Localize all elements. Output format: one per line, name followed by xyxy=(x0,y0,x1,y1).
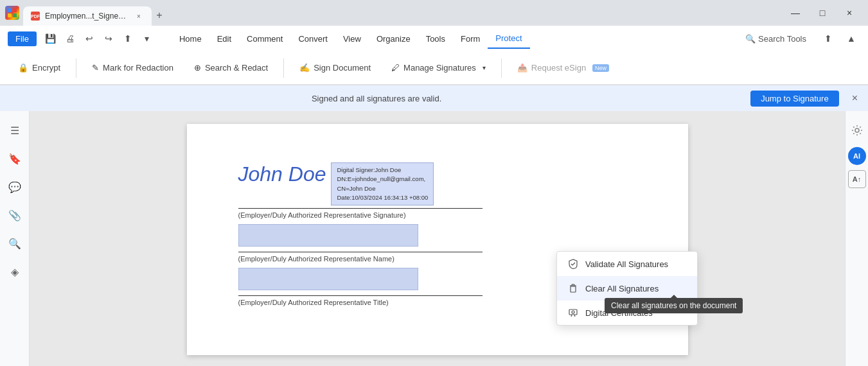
manage-signatures-dropdown: Validate All Signatures Clear All Signat… xyxy=(556,251,698,326)
menu-organize[interactable]: Organize xyxy=(369,28,418,49)
sidebar-right: AI A↑ xyxy=(845,111,868,366)
print-icon[interactable]: 🖨 xyxy=(61,30,79,48)
search-redact-button[interactable]: ⊕ Search & Redact xyxy=(186,56,276,80)
document-area: John Doe Digital Signer:John Doe DN:E=jo… xyxy=(30,111,845,366)
separator-1 xyxy=(76,58,76,78)
main-area: ☰ 🔖 💬 📎 🔍 ◈ John Doe Digital Signer:John… xyxy=(0,111,868,366)
svg-point-10 xyxy=(572,311,574,313)
certificate-icon xyxy=(567,307,579,318)
svg-rect-1 xyxy=(13,8,17,12)
toolbar2: 🔒 Encrypt ✎ Mark for Redaction ⊕ Search … xyxy=(0,51,868,85)
request-esign-label: Request eSign xyxy=(531,63,586,73)
search-redact-label: Search & Redact xyxy=(205,63,268,73)
clear-signatures-tooltip: Clear all signatures on the document xyxy=(605,298,743,313)
collapse-button[interactable]: ▲ xyxy=(842,30,860,48)
sidebar-search-icon[interactable]: 🔍 xyxy=(3,232,26,255)
mark-redaction-label: Mark for Redaction xyxy=(103,63,173,73)
menu-bar: File 💾 🖨 ↩ ↪ ⬆ ▾ Home Edit Comment Conve… xyxy=(0,26,868,51)
menu-view[interactable]: View xyxy=(335,28,369,49)
active-tab[interactable]: PDF Employmen...t_Signed.pdf × xyxy=(23,6,152,26)
minimize-button[interactable]: — xyxy=(782,3,809,22)
share-icon[interactable]: ⬆ xyxy=(119,30,137,48)
sig-box-title xyxy=(238,268,418,290)
sidebar-layers-icon[interactable]: ◈ xyxy=(3,260,26,283)
sig-info-text: Digital Signer:John Doe DN:E=johndoe_nul… xyxy=(337,166,428,202)
search-tools-label: Search Tools xyxy=(758,34,806,44)
validate-all-label: Validate All Signatures xyxy=(585,259,668,269)
sidebar-settings-icon[interactable] xyxy=(846,119,869,142)
menu-tools[interactable]: Tools xyxy=(418,28,453,49)
search-tools-button[interactable]: 🔍 Search Tools xyxy=(738,31,814,46)
separator-2 xyxy=(283,58,284,78)
menu-convert[interactable]: Convert xyxy=(290,28,335,49)
sidebar-ai-icon[interactable]: AI xyxy=(848,147,866,165)
tooltip-text: Clear all signatures on the document xyxy=(611,301,736,310)
tab-title: Employmen...t_Signed.pdf xyxy=(45,12,128,21)
svg-rect-9 xyxy=(569,309,577,315)
signatures-icon: 🖊 xyxy=(391,63,400,73)
encrypt-button[interactable]: 🔒 Encrypt xyxy=(10,56,68,80)
notification-text: Signed and all signatures are valid. xyxy=(10,94,743,103)
sidebar-attachments-icon[interactable]: 📎 xyxy=(3,204,26,227)
manage-signatures-button[interactable]: 🖊 Manage Signatures ▾ xyxy=(384,56,493,80)
menu-edit[interactable]: Edit xyxy=(209,28,239,49)
svg-point-13 xyxy=(855,128,859,132)
new-badge: New xyxy=(592,64,609,72)
save-icon[interactable]: 💾 xyxy=(42,30,60,48)
jump-to-signature-button[interactable]: Jump to Signature xyxy=(750,91,839,107)
toolbar-actions: 💾 🖨 ↩ ↪ ⬆ ▾ xyxy=(42,30,156,48)
svg-rect-4 xyxy=(571,286,576,292)
encrypt-label: Encrypt xyxy=(32,63,60,73)
dropdown-icon[interactable]: ▾ xyxy=(138,30,156,48)
close-window-button[interactable]: × xyxy=(836,3,863,22)
manage-signatures-arrow: ▾ xyxy=(483,64,486,71)
sidebar-az-icon[interactable]: A↑ xyxy=(848,170,866,188)
maximize-button[interactable]: □ xyxy=(809,3,836,22)
new-tab-button[interactable]: + xyxy=(152,8,167,23)
menu-nav: Home Edit Comment Convert View Organize … xyxy=(172,28,530,49)
mark-redaction-button[interactable]: ✎ Mark for Redaction xyxy=(84,56,181,80)
svg-rect-3 xyxy=(13,13,17,17)
sidebar-bookmarks-icon[interactable]: 🔖 xyxy=(3,147,26,170)
svg-rect-0 xyxy=(8,8,12,12)
sig-line-1 xyxy=(238,208,483,209)
trash-icon xyxy=(567,283,579,294)
signature-info-box: Digital Signer:John Doe DN:E=johndoe_nul… xyxy=(331,162,434,205)
sign-document-button[interactable]: ✍ Sign Document xyxy=(292,56,378,80)
browser-logo xyxy=(5,6,19,20)
menu-form[interactable]: Form xyxy=(453,28,488,49)
validate-all-signatures-item[interactable]: Validate All Signatures xyxy=(557,252,697,276)
tab-bar: PDF Employmen...t_Signed.pdf × + xyxy=(23,0,778,26)
menu-comment[interactable]: Comment xyxy=(239,28,290,49)
lock-icon: 🔒 xyxy=(18,63,28,73)
sig-label-1: (Employer/Duly Authorized Representative… xyxy=(238,211,637,219)
sidebar-left: ☰ 🔖 💬 📎 🔍 ◈ xyxy=(0,111,30,366)
sidebar-panels-icon[interactable]: ☰ xyxy=(3,119,26,142)
signature-name: John Doe xyxy=(238,162,326,186)
signed-status-text: Signed and all signatures are valid. xyxy=(312,94,441,103)
browser-chrome: PDF Employmen...t_Signed.pdf × + — □ × xyxy=(0,0,868,26)
sidebar-comments-icon[interactable]: 💬 xyxy=(3,175,26,198)
mark-icon: ✎ xyxy=(92,63,99,73)
header-right: 🔍 Search Tools ⬆ ▲ xyxy=(738,30,860,48)
esign-icon: 📤 xyxy=(517,63,527,73)
request-esign-button[interactable]: 📤 Request eSign New xyxy=(509,56,617,80)
app-header: File 💾 🖨 ↩ ↪ ⬆ ▾ Home Edit Comment Conve… xyxy=(0,26,868,85)
close-notification-button[interactable]: × xyxy=(852,92,858,104)
undo-icon[interactable]: ↩ xyxy=(80,30,98,48)
file-menu-button[interactable]: File xyxy=(8,31,37,46)
manage-signatures-label: Manage Signatures xyxy=(403,63,476,73)
menu-protect[interactable]: Protect xyxy=(488,28,529,49)
menu-home[interactable]: Home xyxy=(172,28,209,49)
sig-line-2 xyxy=(238,252,483,252)
sign-icon: ✍ xyxy=(299,63,310,73)
upload-button[interactable]: ⬆ xyxy=(819,30,837,48)
tab-pdf-icon: PDF xyxy=(31,12,40,21)
search-redact-icon: ⊕ xyxy=(194,63,201,73)
shield-check-icon xyxy=(567,258,579,270)
sign-document-label: Sign Document xyxy=(314,63,371,73)
tab-close-button[interactable]: × xyxy=(134,11,144,21)
separator-3 xyxy=(501,58,502,78)
notification-bar: Signed and all signatures are valid. Jum… xyxy=(0,85,868,111)
redo-icon[interactable]: ↪ xyxy=(100,30,118,48)
